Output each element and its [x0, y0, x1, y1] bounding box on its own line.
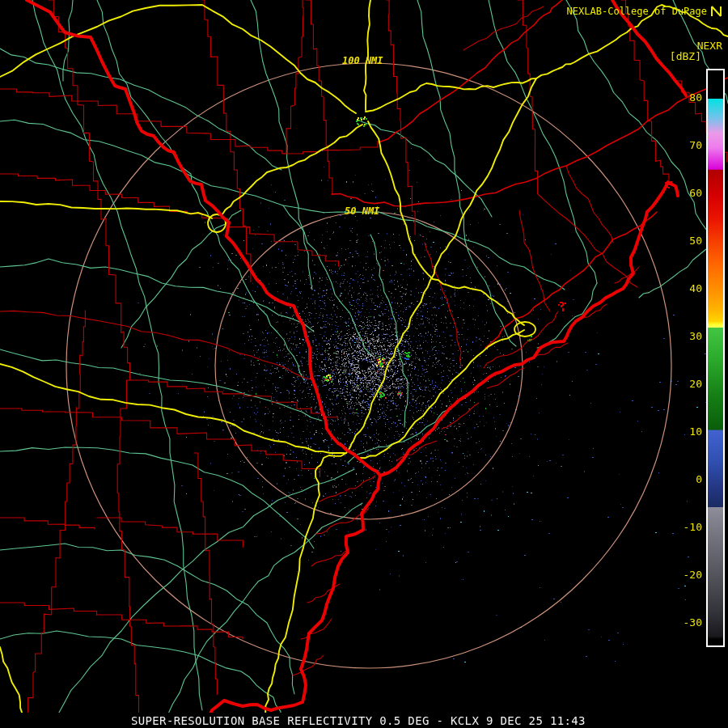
county-boundary	[117, 380, 138, 727]
county-boundary	[97, 518, 243, 547]
colorbar-tick-label: -10	[663, 521, 702, 533]
road-secondary	[348, 406, 453, 463]
colorbar-tick-label: 70	[663, 139, 702, 151]
road-secondary	[465, 241, 516, 346]
map-overlay-svg	[0, 0, 728, 728]
road-minor-red	[425, 243, 461, 366]
road-secondary	[97, 0, 304, 380]
colorbar-tick-label: 0	[663, 473, 702, 485]
county-boundary	[0, 89, 378, 154]
county-boundary	[283, 0, 303, 154]
range-ring-374	[66, 63, 671, 668]
county-boundary	[621, 0, 669, 180]
range-ring-label-100nmi: 100 NMI	[342, 55, 383, 66]
county-boundary	[0, 518, 95, 529]
colorbar-tick-label: 10	[663, 425, 702, 438]
road-secondary	[0, 120, 379, 213]
road-minor-red	[538, 194, 637, 287]
county-boundary	[306, 0, 332, 195]
colorbar-tick-label: -30	[663, 616, 702, 629]
colorbar-tick-label: 50	[663, 235, 702, 247]
road-secondary	[160, 503, 362, 728]
range-ring-190	[215, 212, 523, 519]
road-minor-red	[293, 655, 324, 675]
interstate-highway	[360, 330, 524, 458]
road-secondary	[32, 0, 202, 710]
road-secondary	[283, 205, 370, 354]
interstate-highway	[346, 78, 536, 453]
interstate-highway	[222, 125, 362, 215]
county-boundary	[0, 603, 97, 616]
county-boundary	[387, 0, 415, 235]
county-boundary	[0, 408, 320, 476]
road-minor-red	[301, 619, 332, 639]
road-secondary	[251, 0, 312, 290]
colorbar-tick-label: 80	[663, 91, 702, 104]
cod-logo-icon	[710, 5, 723, 18]
status-bar: SUPER-RESOLUTION BASE REFLECTIVITY 0.5 D…	[0, 713, 728, 728]
road-secondary	[417, 0, 465, 241]
coastline-state-border	[380, 182, 678, 476]
road-minor-red	[519, 210, 550, 311]
road-minor-red	[463, 6, 544, 50]
road-minor-red	[0, 311, 314, 380]
highway-red	[379, 0, 562, 142]
county-boundary	[24, 408, 76, 727]
road-secondary	[489, 0, 597, 283]
road-secondary	[370, 235, 408, 427]
colorbar-tick-label: 30	[663, 330, 702, 342]
road-minor-red	[442, 403, 479, 429]
colorbar-tick-label: 40	[663, 282, 702, 294]
product-status-text: SUPER-RESOLUTION BASE REFLECTIVITY 0.5 D…	[131, 714, 586, 727]
road-secondary	[0, 447, 314, 548]
road-minor-red	[320, 476, 375, 502]
road-secondary	[0, 349, 322, 421]
credit-text: NEXLAB-College of DuPage	[567, 6, 707, 17]
city-beltway	[514, 322, 535, 336]
reflectivity-colorbar	[706, 69, 725, 647]
county-boundary	[0, 174, 339, 266]
county-boundary	[49, 0, 130, 379]
road-secondary	[47, 469, 354, 728]
road-secondary	[121, 210, 241, 348]
colorbar-tick-label: 20	[663, 378, 702, 390]
interstate-highway	[368, 121, 524, 325]
colorbar-units-label: [dBZ]	[670, 50, 701, 62]
radar-screen: 100 NMI 50 NMI NEXLAB-College of DuPage …	[0, 0, 728, 728]
county-boundary	[202, 0, 251, 282]
colorbar-tick-label: -20	[663, 569, 702, 581]
colorbar-tick-label: 60	[663, 187, 702, 199]
range-ring-label-50nmi: 50 NMI	[345, 205, 379, 217]
